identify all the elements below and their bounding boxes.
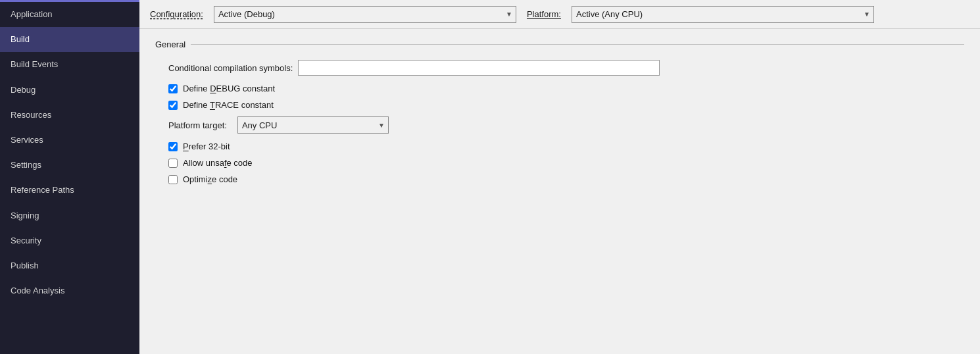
- allow-unsafe-row: Allow unsafe code: [155, 158, 964, 168]
- define-debug-checkbox[interactable]: [168, 84, 178, 93]
- content-area: General Conditional compilation symbols:…: [139, 29, 980, 354]
- main-content: Configuration: Active (Debug)DebugReleas…: [139, 0, 980, 354]
- sidebar-item-build[interactable]: Build: [0, 27, 139, 52]
- platform-label: Platform:: [527, 9, 561, 19]
- sidebar: ApplicationBuildBuild EventsDebugResourc…: [0, 0, 139, 354]
- sidebar-item-security[interactable]: Security: [0, 228, 139, 253]
- sidebar-item-signing[interactable]: Signing: [0, 203, 139, 228]
- section-title: General: [155, 39, 185, 49]
- sidebar-item-settings[interactable]: Settings: [0, 153, 139, 178]
- define-trace-checkbox[interactable]: [168, 101, 178, 110]
- configuration-select-wrapper: Active (Debug)DebugReleaseAll Configurat…: [214, 6, 516, 23]
- conditional-symbols-label: Conditional compilation symbols:: [168, 63, 293, 73]
- configuration-label: Configuration:: [150, 9, 203, 19]
- section-line: [191, 44, 964, 45]
- configuration-select[interactable]: Active (Debug)DebugReleaseAll Configurat…: [214, 6, 516, 23]
- platform-target-select[interactable]: Any CPUx86x64: [237, 116, 389, 134]
- sidebar-item-code-analysis[interactable]: Code Analysis: [0, 278, 139, 303]
- section-general: General: [155, 39, 964, 49]
- define-debug-label: Define DEBUG constant: [183, 84, 275, 93]
- conditional-symbols-input[interactable]: [298, 60, 660, 76]
- sidebar-item-services[interactable]: Services: [0, 128, 139, 153]
- platform-select[interactable]: Active (Any CPU)Any CPUx86x64: [572, 6, 874, 23]
- sidebar-item-debug[interactable]: Debug: [0, 78, 139, 103]
- platform-target-row: Platform target: Any CPUx86x64 ▼: [155, 116, 964, 134]
- prefer-32bit-row: Prefer 32-bit: [155, 141, 964, 151]
- prefer-32bit-checkbox[interactable]: [168, 142, 178, 151]
- optimize-code-label: Optimize code: [183, 174, 237, 184]
- define-trace-row: Define TRACE constant: [155, 100, 964, 110]
- sidebar-item-resources[interactable]: Resources: [0, 103, 139, 128]
- platform-target-select-wrapper: Any CPUx86x64 ▼: [237, 116, 389, 134]
- sidebar-item-reference-paths[interactable]: Reference Paths: [0, 178, 139, 203]
- config-bar: Configuration: Active (Debug)DebugReleas…: [139, 0, 980, 29]
- define-debug-row: Define DEBUG constant: [155, 84, 964, 93]
- prefer-32bit-label: Prefer 32-bit: [183, 141, 230, 151]
- allow-unsafe-label: Allow unsafe code: [183, 158, 253, 168]
- sidebar-item-publish[interactable]: Publish: [0, 253, 139, 278]
- conditional-symbols-row: Conditional compilation symbols:: [155, 60, 964, 76]
- define-trace-label: Define TRACE constant: [183, 100, 274, 110]
- platform-target-label: Platform target:: [168, 120, 227, 130]
- optimize-code-checkbox[interactable]: [168, 175, 178, 184]
- platform-select-wrapper: Active (Any CPU)Any CPUx86x64 ▼: [572, 6, 874, 23]
- sidebar-item-build-events[interactable]: Build Events: [0, 52, 139, 77]
- allow-unsafe-checkbox[interactable]: [168, 159, 178, 168]
- sidebar-item-application[interactable]: Application: [0, 2, 139, 27]
- optimize-code-row: Optimize code: [155, 174, 964, 184]
